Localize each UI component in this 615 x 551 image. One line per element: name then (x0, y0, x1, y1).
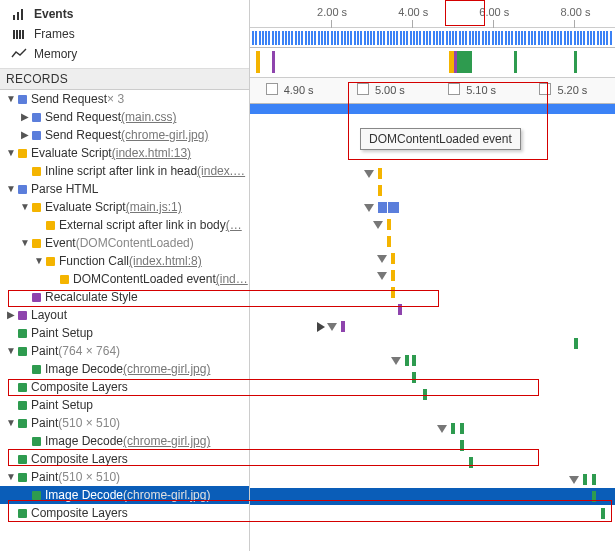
timeline-rows[interactable] (250, 114, 615, 522)
event-bar[interactable] (398, 304, 402, 315)
ruler-handle[interactable] (448, 83, 460, 95)
tree-row[interactable]: ▶Paint Setup (0, 396, 249, 414)
event-bar[interactable] (460, 423, 464, 434)
event-bar[interactable] (592, 491, 596, 502)
tree-row[interactable]: ▼Paint (510 × 510) (0, 414, 249, 432)
timeline-row[interactable] (250, 216, 615, 233)
tree-row[interactable]: ▼Function Call (index.html:8) (0, 252, 249, 270)
expand-marker[interactable] (364, 170, 374, 178)
event-bar[interactable] (391, 270, 395, 281)
event-bar[interactable] (387, 219, 391, 230)
timeline-row[interactable] (250, 267, 615, 284)
event-bar[interactable] (388, 202, 399, 213)
expand-arrow[interactable]: ▼ (6, 343, 16, 359)
expand-marker[interactable] (377, 255, 387, 263)
tree-row[interactable]: ▼Parse HTML (0, 180, 249, 198)
tab-events[interactable]: Events (0, 4, 249, 24)
expand-arrow[interactable]: ▶ (20, 127, 30, 143)
expand-arrow[interactable]: ▼ (6, 469, 16, 485)
expand-marker[interactable] (327, 323, 337, 331)
expand-arrow[interactable]: ▼ (6, 145, 16, 161)
timeline-row[interactable] (250, 335, 615, 352)
ruler-overview[interactable]: 2.00 s4.00 s6.00 s8.00 s (250, 0, 615, 28)
timeline-row[interactable] (250, 386, 615, 403)
tree-row[interactable]: ▶DOMContentLoaded event (ind… (0, 270, 249, 288)
event-bar[interactable] (387, 236, 391, 247)
ruler-handle[interactable] (357, 83, 369, 95)
event-bar[interactable] (378, 202, 387, 213)
timeline-row[interactable] (250, 284, 615, 301)
tree-row[interactable]: ▶Recalculate Style (0, 288, 249, 306)
timeline-row[interactable] (250, 420, 615, 437)
timeline-row[interactable] (250, 182, 615, 199)
tree-row[interactable]: ▶Composite Layers (0, 450, 249, 468)
expand-arrow[interactable]: ▼ (6, 181, 16, 197)
timeline-row[interactable] (250, 301, 615, 318)
event-bar[interactable] (460, 440, 464, 451)
tree-row[interactable]: ▼Event (DOMContentLoaded) (0, 234, 249, 252)
event-bar[interactable] (378, 185, 382, 196)
timeline-row[interactable] (250, 369, 615, 386)
event-bar[interactable] (592, 474, 596, 485)
timeline-row[interactable] (250, 318, 615, 335)
timeline-row[interactable] (250, 488, 615, 505)
event-bar[interactable] (423, 389, 427, 400)
timeline-row[interactable] (250, 437, 615, 454)
expand-arrow[interactable]: ▶ (6, 307, 16, 323)
expand-arrow[interactable]: ▶ (20, 109, 30, 125)
expand-marker[interactable] (437, 425, 447, 433)
tree-row[interactable]: ▶Image Decode (chrome-girl.jpg) (0, 432, 249, 450)
tree-row[interactable]: ▶Send Request (main.css) (0, 108, 249, 126)
tree-row[interactable]: ▼Paint (510 × 510) (0, 468, 249, 486)
tree-row[interactable]: ▶Image Decode (chrome-girl.jpg) (0, 360, 249, 378)
tree-row[interactable]: ▼Send Request × 3 (0, 90, 249, 108)
event-bar[interactable] (601, 508, 605, 519)
tree-row[interactable]: ▼Evaluate Script (main.js:1) (0, 198, 249, 216)
event-bar[interactable] (412, 355, 416, 366)
tree-row[interactable]: ▶Paint Setup (0, 324, 249, 342)
timeline-row[interactable] (250, 233, 615, 250)
ruler-detail[interactable]: 4.90 s5.00 s5.10 s5.20 s (250, 78, 615, 104)
tree-row[interactable]: ▼Evaluate Script (index.html:13) (0, 144, 249, 162)
timeline-row[interactable] (250, 165, 615, 182)
overview-flames[interactable] (250, 48, 615, 78)
event-bar[interactable] (583, 474, 587, 485)
event-bar[interactable] (469, 457, 473, 468)
timeline-row[interactable] (250, 199, 615, 216)
tree-row[interactable]: ▶Layout (0, 306, 249, 324)
tree-row[interactable]: ▶External script after link in body (… (0, 216, 249, 234)
expand-marker[interactable] (569, 476, 579, 484)
event-bar[interactable] (412, 372, 416, 383)
timeline-row[interactable] (250, 505, 615, 522)
expand-arrow[interactable]: ▼ (6, 91, 16, 107)
event-bar[interactable] (405, 355, 409, 366)
ruler-handle[interactable] (266, 83, 278, 95)
expand-arrow[interactable]: ▼ (6, 415, 16, 431)
timeline-row[interactable] (250, 471, 615, 488)
expand-arrow[interactable]: ▼ (34, 253, 44, 269)
overview-bars[interactable] (250, 28, 615, 48)
timeline-row[interactable] (250, 148, 615, 165)
play-marker[interactable] (317, 322, 325, 332)
event-bar[interactable] (391, 253, 395, 264)
event-bar[interactable] (574, 338, 578, 349)
event-bar[interactable] (378, 168, 382, 179)
event-bar[interactable] (341, 321, 345, 332)
timeline-row[interactable] (250, 250, 615, 267)
timeline-row[interactable] (250, 403, 615, 420)
tab-memory[interactable]: Memory (0, 44, 249, 64)
expand-marker[interactable] (391, 357, 401, 365)
event-bar[interactable] (451, 423, 455, 434)
tree-row[interactable]: ▶Composite Layers (0, 378, 249, 396)
tree-row[interactable]: ▶Image Decode (chrome-girl.jpg) (0, 486, 249, 504)
timeline-row[interactable] (250, 352, 615, 369)
expand-arrow[interactable]: ▼ (20, 235, 30, 251)
tab-frames[interactable]: Frames (0, 24, 249, 44)
event-bar[interactable] (391, 287, 395, 298)
tree-row[interactable]: ▼Paint (764 × 764) (0, 342, 249, 360)
tree-row[interactable]: ▶Composite Layers (0, 504, 249, 522)
ruler-handle[interactable] (539, 83, 551, 95)
timeline-row[interactable] (250, 454, 615, 471)
records-tree[interactable]: ▼Send Request × 3▶Send Request (main.css… (0, 90, 249, 551)
expand-marker[interactable] (373, 221, 383, 229)
